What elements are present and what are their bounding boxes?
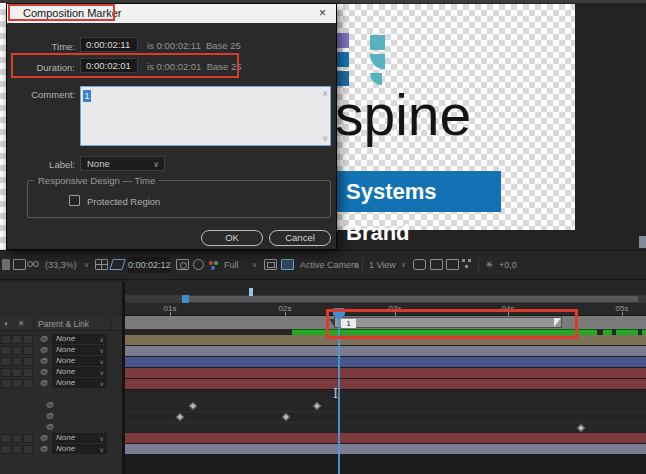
color-management-icon[interactable] (209, 261, 213, 265)
row-separator (125, 411, 646, 412)
pick-whip-icon[interactable]: @ (46, 411, 54, 420)
property-row-controls: @ (0, 400, 122, 411)
stereo-3d-icon[interactable] (27, 259, 42, 270)
ibeam-cursor: I (333, 386, 338, 401)
transparency-grid-icon[interactable] (281, 259, 294, 270)
time-field[interactable]: 0:00:02:11 (80, 37, 138, 52)
pick-whip-icon[interactable]: @ (40, 334, 48, 343)
playhead-handle[interactable] (333, 308, 345, 316)
scroll-up-icon[interactable]: ∧ (322, 89, 328, 98)
camera-dropdown[interactable]: Active Camera (300, 260, 359, 270)
parent-value: None (56, 345, 75, 354)
marker-bin[interactable]: 1 (125, 316, 646, 329)
layer-bar[interactable] (125, 444, 646, 455)
exposure-icon[interactable]: ✳ (485, 259, 493, 270)
chevron-down-icon[interactable]: ∨ (252, 261, 257, 269)
chevron-down-icon[interactable]: ∨ (401, 261, 406, 269)
chevron-down-icon: ∨ (100, 434, 104, 444)
layer-bar[interactable] (125, 357, 646, 368)
navigator-handle[interactable] (182, 295, 189, 303)
layer-row-controls: @None∨ (0, 356, 122, 367)
resolution-dropdown[interactable]: Full (224, 260, 239, 270)
close-icon[interactable]: × (319, 6, 326, 20)
snapshot-icon[interactable] (176, 259, 189, 270)
pick-whip-icon[interactable]: @ (40, 345, 48, 354)
group-title: Responsive Design — Time (34, 175, 159, 186)
parent-link-dropdown[interactable]: None∨ (52, 444, 107, 454)
layer-bar[interactable] (125, 433, 646, 444)
show-channel-icon[interactable] (193, 259, 204, 270)
layer-row-controls: @None∨ (0, 444, 122, 455)
marker-label[interactable]: 1 (341, 319, 356, 328)
playhead-line[interactable] (338, 309, 340, 474)
layer-row-controls: @None∨ (0, 433, 122, 444)
layer-row-controls: @None∨ (0, 334, 122, 345)
row-separator (125, 422, 646, 423)
pick-whip-icon[interactable]: @ (46, 422, 54, 431)
protected-region-checkbox[interactable] (69, 195, 80, 206)
region-of-interest-icon[interactable] (109, 259, 126, 270)
chevron-down-icon: ∨ (100, 445, 104, 455)
parent-link-dropdown[interactable]: None∨ (52, 433, 107, 443)
label-value: None (87, 158, 110, 169)
view-layout-dropdown[interactable]: 1 View (369, 260, 396, 270)
parent-link-dropdown[interactable]: None∨ (52, 334, 107, 344)
pixel-aspect-correction-icon[interactable] (430, 259, 443, 270)
magnification-value[interactable]: (33,3%) (45, 260, 77, 270)
goggles-icon[interactable] (413, 259, 426, 270)
navigator-time-tick (249, 288, 253, 296)
exposure-value[interactable]: +0,0 (499, 260, 517, 270)
layer-bar[interactable] (125, 346, 646, 357)
pick-whip-icon[interactable]: @ (40, 444, 48, 453)
parent-link-dropdown[interactable]: None∨ (52, 378, 107, 388)
duration-field[interactable]: 0:00:02:01 (80, 58, 138, 73)
video-column-icon: ◐ (4, 319, 9, 328)
logo-wedge-teal (370, 54, 385, 69)
scroll-down-icon[interactable]: ∨ (322, 134, 328, 143)
property-row-controls: @ (0, 411, 122, 422)
marker-end-handle[interactable] (554, 318, 561, 327)
composition-viewer[interactable]: spine Systems Brand (337, 4, 575, 230)
current-time-field[interactable]: 0:00:02:12 (128, 257, 170, 273)
panel-scroll-handle[interactable] (639, 236, 646, 248)
duration-label: Duration: (25, 62, 75, 73)
layer-bar[interactable] (125, 368, 646, 379)
fast-previews-icon[interactable] (446, 259, 459, 270)
render-network-icon[interactable] (462, 259, 475, 270)
logo-square-teal (370, 35, 385, 50)
layer-bar[interactable] (125, 379, 646, 390)
logo-banner: Systems Brand (337, 171, 501, 212)
composition-marker-dialog: Composition Marker × Time: 0:00:02:11 is… (6, 3, 337, 250)
parent-link-header[interactable]: Parent & Link (38, 319, 89, 329)
layer-row-controls: @None∨ (0, 378, 122, 389)
time-ruler[interactable] (125, 303, 646, 316)
protected-region-label: Protected Region (87, 196, 160, 207)
label-dropdown[interactable]: None∨ (80, 156, 165, 171)
pick-whip-icon[interactable]: @ (46, 400, 54, 409)
ok-button[interactable]: OK (201, 230, 263, 246)
target-region-icon[interactable] (264, 259, 277, 270)
composition-marker-duration-bar[interactable]: 1 (334, 317, 562, 328)
chevron-down-icon[interactable]: ∨ (353, 261, 358, 269)
time-navigator[interactable] (125, 295, 646, 303)
pick-whip-icon[interactable]: @ (40, 378, 48, 387)
choose-grid-guides-icon[interactable] (95, 259, 108, 270)
dialog-titlebar[interactable]: Composition Marker × (7, 4, 336, 23)
parent-value: None (56, 334, 75, 343)
layer-bar[interactable] (125, 335, 646, 346)
navigator-range[interactable] (189, 296, 638, 302)
label-label: Label: (25, 159, 75, 170)
cancel-button[interactable]: Cancel (269, 230, 331, 246)
chevron-down-icon[interactable]: ∨ (84, 261, 89, 269)
pick-whip-icon[interactable]: @ (40, 356, 48, 365)
parent-link-dropdown[interactable]: None∨ (52, 356, 107, 366)
monitor-icon[interactable] (13, 259, 26, 270)
parent-link-dropdown[interactable]: None∨ (52, 367, 107, 377)
pick-whip-icon[interactable]: @ (40, 433, 48, 442)
timeline-empty-area (125, 455, 646, 474)
pick-whip-icon[interactable]: @ (40, 367, 48, 376)
parent-link-dropdown[interactable]: None∨ (52, 345, 107, 355)
timeline-panel: ◐ ✳ Parent & Link @None∨ @None∨ @None∨ @… (0, 282, 646, 474)
comment-textarea[interactable]: 1 ∧ ∨ (80, 86, 331, 146)
duration-info: is 0:00:02:01 Base 25 (147, 61, 242, 72)
